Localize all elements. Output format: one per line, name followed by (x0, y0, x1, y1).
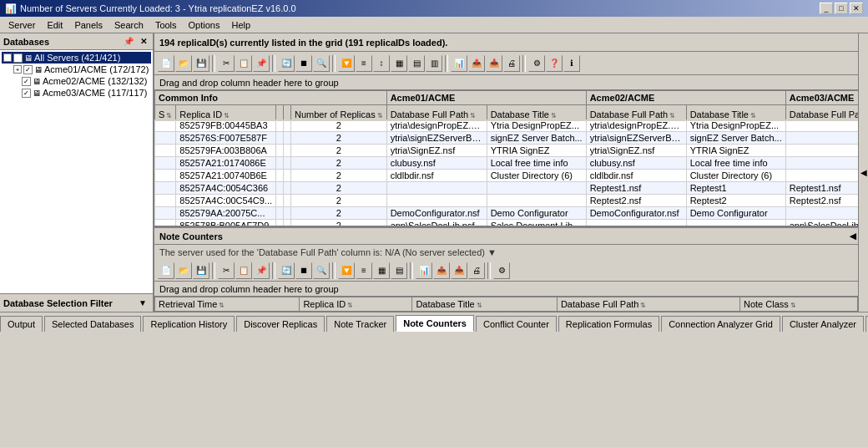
note-tb-9[interactable]: 🔍 (313, 262, 330, 279)
tab-output[interactable]: Output (0, 316, 43, 332)
note-col-replica-id[interactable]: Replica ID⇅ (300, 297, 412, 312)
note-tb-2[interactable]: 📂 (175, 262, 192, 279)
cell-1-2 (276, 132, 284, 145)
note-col-retrieval[interactable]: Retrieval Time⇅ (155, 297, 300, 312)
note-tb-10[interactable]: 🔽 (338, 262, 355, 279)
tb-about[interactable]: ℹ (563, 55, 580, 72)
checkbox-acme01[interactable]: ✓ (23, 65, 33, 74)
table-row[interactable]: 852579AA:20075C...2DemoConfigurator.nsfD… (155, 207, 859, 220)
note-tb-12[interactable]: ▦ (373, 262, 390, 279)
note-tb-17[interactable]: 🖨 (468, 262, 485, 279)
panel-close-icon[interactable]: ✕ (138, 35, 149, 48)
note-tb-1[interactable]: 📄 (158, 262, 174, 279)
tb-print[interactable]: 🖨 (503, 55, 520, 72)
note-tb-8[interactable]: ⏹ (295, 262, 312, 279)
tb-export[interactable]: 📤 (468, 55, 485, 72)
tb-copy[interactable]: 📋 (235, 55, 252, 72)
tab-discover-replicas[interactable]: Discover Replicas (236, 316, 325, 332)
note-tb-16[interactable]: 📥 (451, 262, 467, 279)
menu-options[interactable]: Options (184, 18, 225, 32)
tb-col2[interactable]: ▤ (408, 55, 425, 72)
checkbox-all-servers[interactable]: ✓ (13, 53, 23, 63)
tree-item-acme02[interactable]: ✓ 🖥 Acme02/ACME (132/132) (2, 75, 151, 87)
cell-2-5: ytria\SignEZ.nsf (386, 145, 487, 157)
tb-save[interactable]: 💾 (193, 55, 209, 72)
menu-panels[interactable]: Panels (69, 18, 108, 32)
col-dbpath-acme02[interactable]: Database Full Path⇅ (586, 107, 686, 121)
tb-col3[interactable]: ▥ (426, 55, 442, 72)
table-row[interactable]: 852579FA:003B806A2ytria\SignEZ.nsfYTRIA … (155, 145, 859, 157)
tree-item-all-servers[interactable]: - ✓ 🖥 All Servers (421/421) (2, 52, 151, 63)
tab-replication-history[interactable]: Replication History (143, 316, 235, 332)
tb-import[interactable]: 📥 (486, 55, 502, 72)
maximize-button[interactable]: □ (835, 3, 848, 14)
note-tb-5[interactable]: 📋 (235, 262, 252, 279)
tb-chart[interactable]: 📊 (451, 55, 467, 72)
tb-stop[interactable]: ⏹ (295, 55, 312, 72)
tab-cluster-analyzer[interactable]: Cluster Analyzer (782, 316, 864, 332)
checkbox-acme03[interactable]: ✓ (22, 89, 31, 98)
filter-icon[interactable]: ▼ (136, 297, 149, 309)
table-row[interactable]: 852578B:B005AF7D92app\SalesDocLib.nsfSal… (155, 220, 859, 226)
tb-cut[interactable]: ✂ (218, 55, 235, 72)
tb-paste[interactable]: 📌 (253, 55, 270, 72)
note-counters-close[interactable]: ◀ (850, 231, 856, 241)
tb-settings[interactable]: ⚙ (528, 55, 545, 72)
col-dbpath-acme01[interactable]: Database Full Path⇅ (386, 107, 487, 121)
note-tb-18[interactable]: ⚙ (493, 262, 510, 279)
tb-help[interactable]: ❓ (546, 55, 563, 72)
expand-acme01[interactable]: + (13, 65, 22, 74)
col-replica-id[interactable]: Replica ID⇅ (176, 107, 276, 121)
panel-pin-icon[interactable]: 📌 (121, 35, 136, 48)
main-grid-wrapper[interactable]: Common Info Acme01/ACME Acme02/ACME Acme… (154, 90, 858, 226)
note-tb-14[interactable]: 📊 (416, 262, 432, 279)
note-tb-4[interactable]: ✂ (218, 262, 235, 279)
tree-label-acme03: Acme03/ACME (117/117) (43, 88, 147, 98)
tab-note-counters[interactable]: Note Counters (396, 315, 474, 332)
tb-filter[interactable]: 🔽 (338, 55, 355, 72)
menu-server[interactable]: Server (3, 18, 40, 32)
col-s[interactable]: S⇅ (155, 107, 176, 121)
note-col-db-title[interactable]: Database Title⇅ (412, 297, 557, 312)
tab-conflict-counter[interactable]: Conflict Counter (476, 316, 557, 332)
tab-connection-analyzer-grid[interactable]: Connection Analyzer Grid (661, 316, 780, 332)
checkbox-acme02[interactable]: ✓ (22, 77, 31, 86)
table-row[interactable]: 85257A4C:0054C3662Reptest1.nsfReptest1Re… (155, 182, 859, 195)
note-tb-6[interactable]: 📌 (253, 262, 270, 279)
tab-note-tracker[interactable]: Note Tracker (326, 316, 394, 332)
expand-all-servers[interactable]: - (3, 53, 12, 62)
col-dbpath-acme03[interactable]: Database Full Path⇅ (785, 107, 858, 121)
tree-item-acme03[interactable]: ✓ 🖥 Acme03/ACME (117/117) (2, 87, 151, 99)
menu-edit[interactable]: Edit (42, 18, 68, 32)
menu-help[interactable]: Help (226, 18, 255, 32)
tree-item-acme01[interactable]: + ✓ 🖥 Acme01/ACME (172/172) (2, 63, 151, 75)
note-tb-7[interactable]: 🔄 (278, 262, 295, 279)
menu-search[interactable]: Search (109, 18, 149, 32)
col-dbtitle-acme02[interactable]: Database Title⇅ (686, 107, 785, 121)
tb-refresh[interactable]: 🔄 (278, 55, 295, 72)
note-tb-13[interactable]: ▤ (391, 262, 407, 279)
table-row[interactable]: 85257A21:0174086E2clubusy.nsfLocal free … (155, 157, 859, 170)
note-col-note-class[interactable]: Note Class⇅ (739, 297, 857, 312)
col-dbtitle-acme01[interactable]: Database Title⇅ (487, 107, 586, 121)
tb-sort[interactable]: ↕ (373, 55, 390, 72)
tb-search[interactable]: 🔍 (313, 55, 330, 72)
note-tb-15[interactable]: 📤 (433, 262, 450, 279)
tab-selected-databases[interactable]: Selected Databases (44, 316, 141, 332)
tb-new[interactable]: 📄 (158, 55, 174, 72)
tb-open[interactable]: 📂 (175, 55, 192, 72)
menu-tools[interactable]: Tools (150, 18, 182, 32)
right-sidebar-hint[interactable]: ◀ (858, 33, 868, 312)
table-row[interactable]: 852576S:F007E587F2ytria\signEZServerBatc… (155, 132, 859, 145)
table-row[interactable]: 85257A4C:00C54C9...2Reptest2.nsfReptest2… (155, 195, 859, 207)
col-num-replicas[interactable]: Number of Replicas⇅ (291, 107, 387, 121)
note-tb-3[interactable]: 💾 (193, 262, 209, 279)
minimize-button[interactable]: _ (820, 3, 833, 14)
note-col-db-path[interactable]: Database Full Path⇅ (557, 297, 739, 312)
table-row[interactable]: 85257A21:00740B6E2cldlbdir.nsfCluster Di… (155, 170, 859, 182)
tab-replication-formulas[interactable]: Replication Formulas (558, 316, 659, 332)
close-button[interactable]: ✕ (850, 3, 863, 14)
tb-group[interactable]: ≡ (356, 55, 372, 72)
note-tb-11[interactable]: ≡ (356, 262, 372, 279)
tb-col1[interactable]: ▦ (391, 55, 407, 72)
